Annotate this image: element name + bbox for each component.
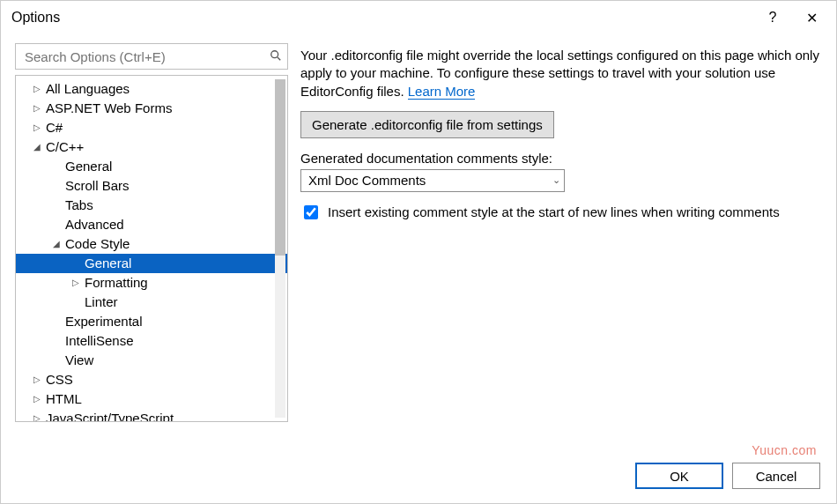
tree-item[interactable]: ▷All Languages [16, 79, 287, 99]
close-button[interactable]: ✕ [792, 4, 831, 31]
learn-more-link[interactable]: Learn More [408, 84, 476, 100]
tree-item-label: C# [46, 118, 63, 137]
tree-item[interactable]: Scroll Bars [16, 176, 287, 196]
insert-comment-style-label: Insert existing comment style at the sta… [328, 204, 780, 219]
insert-comment-style-checkbox-row[interactable]: Insert existing comment style at the sta… [300, 203, 822, 222]
tree-item[interactable]: ▷Formatting [16, 273, 287, 293]
tree-item[interactable]: ▷ASP.NET Web Forms [16, 99, 287, 118]
tree-item-label: Advanced [65, 215, 124, 234]
titlebar: Options ? ✕ [1, 1, 836, 34]
doc-comment-style-combo[interactable]: Xml Doc Comments ⌄ [300, 169, 565, 192]
tree-item-label: Experimental [65, 312, 143, 331]
tree-scrollbar-thumb[interactable] [275, 79, 285, 256]
tree-item[interactable]: View [16, 351, 287, 370]
tree-item[interactable]: ◢C/C++ [16, 137, 287, 157]
search-input[interactable] [23, 48, 270, 65]
tree-item-label: IntelliSense [65, 331, 134, 351]
tree-item[interactable]: Experimental [16, 312, 287, 331]
tree-item-label: CSS [46, 370, 73, 389]
tree-item-label: Code Style [65, 234, 130, 254]
options-tree[interactable]: ▷All Languages▷ASP.NET Web Forms▷C#◢C/C+… [15, 75, 288, 422]
chevron-down-icon: ⌄ [552, 174, 560, 186]
expander-open-icon[interactable]: ◢ [51, 234, 62, 254]
generate-editorconfig-button[interactable]: Generate .editorconfig file from setting… [300, 111, 554, 138]
tree-item[interactable]: General [16, 157, 287, 176]
tree-item[interactable]: General [16, 254, 287, 273]
tree-item-label: General [85, 254, 131, 273]
options-panel: Your .editorconfig file might override t… [300, 43, 822, 422]
svg-point-0 [271, 50, 278, 57]
expander-open-icon[interactable]: ◢ [32, 137, 42, 157]
search-box[interactable] [15, 43, 288, 70]
window-title: Options [11, 10, 60, 26]
tree-item[interactable]: ▷CSS [16, 370, 287, 389]
dialog-buttons: OK Cancel [635, 463, 820, 489]
expander-closed-icon[interactable]: ▷ [32, 389, 42, 409]
expander-closed-icon[interactable]: ▷ [32, 409, 42, 422]
tree-item-label: General [65, 157, 112, 176]
tree-item-label: HTML [46, 389, 82, 409]
insert-comment-style-checkbox[interactable] [304, 205, 318, 219]
tree-item-label: Formatting [85, 273, 148, 293]
svg-line-1 [278, 56, 280, 59]
tree-item-label: Tabs [65, 196, 93, 215]
tree-item[interactable]: Linter [16, 293, 287, 312]
tree-item[interactable]: ▷HTML [16, 389, 287, 409]
tree-item[interactable]: Advanced [16, 215, 287, 234]
expander-closed-icon[interactable]: ▷ [32, 79, 42, 99]
tree-item[interactable]: ▷JavaScript/TypeScript [16, 409, 287, 422]
doc-comment-style-label: Generated documentation comments style: [300, 151, 822, 166]
tree-item[interactable]: ▷C# [16, 118, 287, 137]
expander-closed-icon[interactable]: ▷ [70, 273, 81, 293]
tree-scrollbar[interactable] [275, 79, 285, 418]
search-icon [270, 49, 282, 64]
tree-item[interactable]: ◢Code Style [16, 234, 287, 254]
tree-item-label: C/C++ [46, 137, 84, 157]
expander-closed-icon[interactable]: ▷ [32, 118, 42, 137]
tree-item[interactable]: Tabs [16, 196, 287, 215]
tree-item-label: View [65, 351, 93, 370]
tree-item-label: JavaScript/TypeScript [46, 409, 174, 422]
tree-item-label: Scroll Bars [65, 176, 130, 196]
help-button[interactable]: ? [753, 4, 792, 31]
tree-item-label: Linter [85, 293, 118, 312]
expander-closed-icon[interactable]: ▷ [32, 370, 42, 389]
tree-item-label: ASP.NET Web Forms [46, 99, 172, 118]
expander-closed-icon[interactable]: ▷ [32, 99, 42, 118]
doc-comment-style-value: Xml Doc Comments [308, 173, 426, 188]
watermark: Yuucn.com [752, 443, 817, 457]
tree-item-label: All Languages [46, 79, 130, 99]
editorconfig-note: Your .editorconfig file might override t… [300, 47, 822, 100]
note-text: Your .editorconfig file might override t… [300, 48, 819, 99]
cancel-button[interactable]: Cancel [732, 463, 820, 489]
ok-button[interactable]: OK [635, 463, 723, 489]
tree-item[interactable]: IntelliSense [16, 331, 287, 351]
